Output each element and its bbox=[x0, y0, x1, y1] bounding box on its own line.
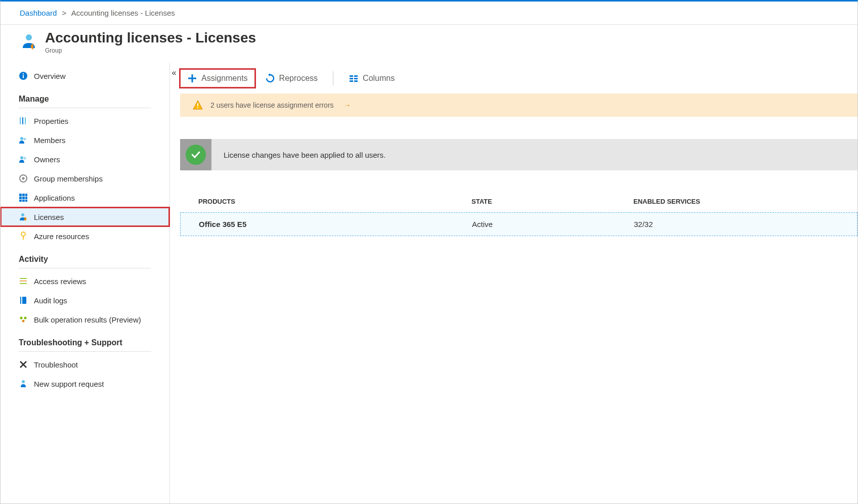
column-header-enabled[interactable]: ENABLED SERVICES bbox=[633, 198, 847, 205]
svg-point-33 bbox=[22, 320, 25, 323]
sidebar-item-label: Troubleshoot bbox=[34, 360, 78, 369]
svg-rect-19 bbox=[19, 200, 22, 202]
sidebar-item-label: Applications bbox=[34, 194, 75, 202]
svg-rect-17 bbox=[22, 197, 25, 199]
svg-rect-26 bbox=[20, 278, 27, 279]
people-icon bbox=[19, 155, 28, 164]
button-label: Reprocess bbox=[279, 74, 318, 83]
checklist-icon bbox=[19, 277, 28, 286]
sidebar-item-licenses[interactable]: Licenses bbox=[1, 207, 169, 226]
svg-rect-18 bbox=[25, 197, 27, 199]
svg-rect-39 bbox=[350, 78, 353, 79]
sidebar-item-label: Owners bbox=[34, 155, 60, 164]
cell-state: Active bbox=[472, 220, 634, 228]
svg-rect-21 bbox=[25, 200, 27, 202]
command-bar: Assignments Reprocess Columns bbox=[170, 63, 857, 94]
key-icon bbox=[19, 232, 28, 241]
breadcrumb-dashboard[interactable]: Dashboard bbox=[20, 9, 57, 17]
arrow-right-icon: → bbox=[344, 101, 351, 109]
svg-rect-5 bbox=[22, 117, 23, 124]
people-group-icon bbox=[19, 315, 28, 324]
people-icon bbox=[19, 135, 28, 145]
svg-rect-36 bbox=[188, 78, 196, 79]
cell-enabled: 32/32 bbox=[634, 220, 847, 228]
check-circle-icon bbox=[186, 145, 206, 165]
svg-point-8 bbox=[24, 138, 26, 141]
svg-rect-43 bbox=[197, 103, 198, 106]
sidebar-item-label: Bulk operation results (Preview) bbox=[34, 315, 141, 324]
svg-point-32 bbox=[24, 317, 27, 319]
svg-rect-28 bbox=[20, 283, 27, 284]
sidebar-item-owners[interactable]: Owners bbox=[1, 150, 169, 169]
sliders-icon bbox=[19, 116, 28, 125]
sidebar-item-label: Group memberships bbox=[34, 174, 103, 183]
svg-rect-37 bbox=[350, 75, 353, 77]
sidebar-section-support: Troubleshooting + Support bbox=[19, 329, 151, 352]
sidebar-item-applications[interactable]: Applications bbox=[1, 188, 169, 207]
refresh-icon bbox=[265, 73, 275, 83]
sidebar-section-activity: Activity bbox=[19, 246, 151, 268]
success-text: License changes have been applied to all… bbox=[211, 151, 398, 159]
sidebar-item-properties[interactable]: Properties bbox=[1, 111, 169, 130]
svg-rect-20 bbox=[22, 200, 25, 202]
cell-product: Office 365 E5 bbox=[199, 220, 472, 228]
svg-point-9 bbox=[20, 156, 23, 159]
sidebar-item-new-support-request[interactable]: New support request bbox=[1, 374, 169, 393]
sidebar-item-label: Azure resources bbox=[34, 232, 89, 241]
page-subtitle: Group bbox=[45, 47, 256, 54]
svg-point-0 bbox=[26, 34, 32, 40]
svg-rect-44 bbox=[197, 107, 198, 108]
book-icon bbox=[19, 296, 28, 305]
svg-point-31 bbox=[20, 317, 23, 319]
sidebar-item-members[interactable]: Members bbox=[1, 130, 169, 150]
svg-rect-42 bbox=[354, 80, 358, 82]
breadcrumb-separator: > bbox=[62, 9, 67, 17]
sidebar-item-label: Audit logs bbox=[34, 296, 67, 305]
svg-point-22 bbox=[21, 213, 24, 216]
sidebar-item-label: Overview bbox=[34, 72, 66, 80]
svg-rect-2 bbox=[23, 75, 24, 78]
info-icon bbox=[19, 71, 28, 80]
reprocess-button[interactable]: Reprocess bbox=[258, 69, 325, 87]
sidebar-collapse-button[interactable]: « bbox=[169, 68, 179, 78]
sidebar-item-bulk-operations[interactable]: Bulk operation results (Preview) bbox=[1, 310, 169, 329]
sidebar-item-overview[interactable]: Overview bbox=[1, 66, 169, 85]
columns-icon bbox=[349, 73, 359, 83]
svg-rect-13 bbox=[19, 194, 22, 196]
sidebar-item-azure-resources[interactable]: Azure resources bbox=[1, 226, 169, 246]
warning-banner[interactable]: 2 users have license assignment errors → bbox=[180, 94, 857, 117]
sidebar-item-group-memberships[interactable]: Group memberships bbox=[1, 169, 169, 188]
svg-rect-23 bbox=[24, 217, 26, 220]
sidebar-section-manage: Manage bbox=[19, 85, 151, 108]
page-title: Accounting licenses - Licenses bbox=[45, 30, 256, 46]
svg-rect-6 bbox=[25, 117, 26, 124]
svg-point-7 bbox=[20, 137, 23, 140]
plus-icon bbox=[187, 73, 197, 83]
sidebar-item-label: Access reviews bbox=[34, 277, 86, 286]
sidebar-item-access-reviews[interactable]: Access reviews bbox=[1, 271, 169, 291]
table-row[interactable]: Office 365 E5 Active 32/32 bbox=[180, 212, 857, 236]
svg-rect-27 bbox=[20, 281, 27, 282]
assignments-button[interactable]: Assignments bbox=[180, 69, 255, 87]
columns-button[interactable]: Columns bbox=[341, 69, 402, 87]
grid-icon bbox=[19, 193, 28, 202]
svg-rect-30 bbox=[21, 297, 22, 304]
toolbar-separator bbox=[333, 71, 333, 85]
svg-point-3 bbox=[23, 73, 24, 74]
svg-rect-40 bbox=[354, 78, 358, 79]
sidebar-item-troubleshoot[interactable]: Troubleshoot bbox=[1, 355, 169, 374]
sidebar-item-label: Properties bbox=[34, 117, 68, 125]
breadcrumb: Dashboard > Accounting licenses - Licens… bbox=[1, 2, 857, 25]
support-icon bbox=[19, 379, 28, 388]
sidebar-item-audit-logs[interactable]: Audit logs bbox=[1, 291, 169, 310]
sidebar-item-label: Members bbox=[34, 136, 66, 145]
sidebar: « Overview Manage Properties Members Own bbox=[1, 63, 170, 504]
sidebar-item-label: Licenses bbox=[34, 213, 64, 221]
column-header-state[interactable]: STATE bbox=[471, 198, 633, 205]
main-content: Assignments Reprocess Columns 2 users ha… bbox=[170, 63, 857, 504]
svg-point-34 bbox=[22, 380, 25, 383]
column-header-products[interactable]: PRODUCTS bbox=[198, 198, 471, 205]
svg-rect-15 bbox=[25, 194, 27, 196]
success-banner: License changes have been applied to all… bbox=[180, 139, 857, 170]
success-icon-container bbox=[180, 139, 211, 170]
